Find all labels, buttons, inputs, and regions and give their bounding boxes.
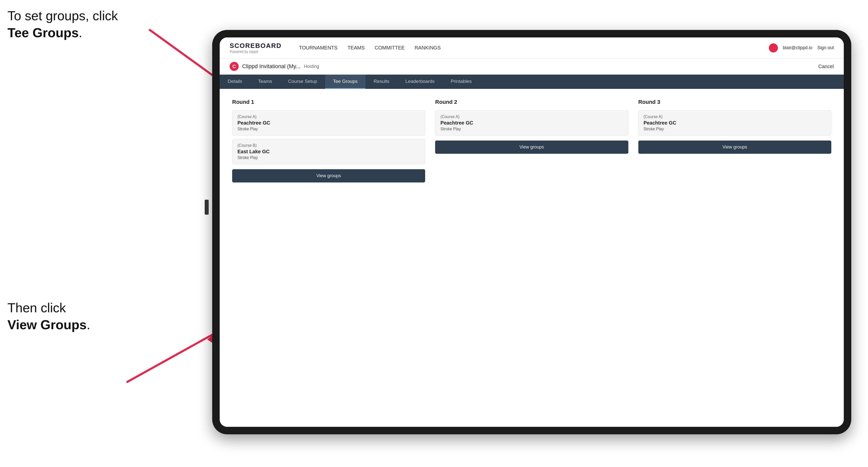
- round-1-course-a-card: (Course A) Peachtree GC Stroke Play: [232, 110, 425, 135]
- tab-teams[interactable]: Teams: [250, 74, 280, 89]
- tablet-side-button: [205, 200, 209, 215]
- round-2-course-a-name: Peachtree GC: [440, 120, 623, 126]
- tablet-device: SCOREBOARD Powered by clippit TOURNAMENT…: [212, 30, 851, 434]
- logo-sub: Powered by clippit: [230, 50, 282, 54]
- instruction-top-line2: Tee Groups: [7, 26, 79, 40]
- logo: SCOREBOARD Powered by clippit: [230, 42, 282, 54]
- round-2-course-a-card: (Course A) Peachtree GC Stroke Play: [435, 110, 628, 135]
- main-content: Round 1 (Course A) Peachtree GC Stroke P…: [220, 89, 844, 427]
- round-2-course-a-format: Stroke Play: [440, 127, 623, 131]
- round-1-course-b-label: (Course B): [238, 143, 420, 148]
- round-2-title: Round 2: [435, 99, 628, 105]
- tab-bar: Details Teams Course Setup Tee Groups Re…: [220, 74, 844, 89]
- round-1-course-b-name: East Lake GC: [238, 149, 420, 155]
- user-avatar: [769, 43, 778, 53]
- round-1-title: Round 1: [232, 99, 425, 105]
- tab-details[interactable]: Details: [220, 74, 250, 89]
- top-navigation: SCOREBOARD Powered by clippit TOURNAMENT…: [220, 37, 844, 58]
- nav-teams[interactable]: TEAMS: [347, 45, 365, 51]
- tab-course-setup[interactable]: Course Setup: [280, 74, 325, 89]
- event-title: Clippd Invitational (My...: [242, 63, 300, 70]
- tab-leaderboards[interactable]: Leaderboards: [397, 74, 443, 89]
- hosting-badge: Hosting: [304, 64, 319, 69]
- instruction-top: To set groups, click Tee Groups.: [7, 7, 118, 41]
- round-3-course-a-card: (Course A) Peachtree GC Stroke Play: [638, 110, 831, 135]
- nav-tournaments[interactable]: TOURNAMENTS: [299, 45, 338, 51]
- nav-right: blair@clippd.io Sign out: [769, 43, 834, 53]
- round-3-column: Round 3 (Course A) Peachtree GC Stroke P…: [638, 99, 831, 183]
- nav-rankings[interactable]: RANKINGS: [415, 45, 441, 51]
- round-1-course-a-label: (Course A): [238, 115, 420, 119]
- round-2-course-a-label: (Course A): [440, 115, 623, 119]
- round-3-course-a-label: (Course A): [644, 115, 826, 119]
- round-3-course-a-name: Peachtree GC: [644, 120, 826, 126]
- sub-header: C Clippd Invitational (My... Hosting Can…: [220, 58, 844, 74]
- arrow-to-view-groups: [122, 317, 227, 397]
- logo-text: SCOREBOARD: [230, 42, 282, 50]
- round-3-title: Round 3: [638, 99, 831, 105]
- round-1-course-b-card: (Course B) East Lake GC Stroke Play: [232, 139, 425, 164]
- user-email: blair@clippd.io: [783, 45, 812, 51]
- round-1-course-a-name: Peachtree GC: [238, 120, 420, 126]
- sign-out-link[interactable]: Sign out: [817, 45, 834, 51]
- tab-results[interactable]: Results: [366, 74, 397, 89]
- cancel-button[interactable]: Cancel: [818, 64, 834, 69]
- instruction-bottom: Then click View Groups.: [7, 300, 90, 333]
- instruction-bottom-line1: Then click: [7, 301, 66, 315]
- event-title-area: C Clippd Invitational (My... Hosting: [230, 62, 319, 71]
- instruction-bottom-line2: View Groups: [7, 317, 87, 332]
- event-icon: C: [230, 62, 239, 71]
- instruction-top-period: .: [79, 26, 82, 40]
- round-2-view-groups-button[interactable]: View groups: [435, 141, 628, 154]
- svg-line-2: [127, 332, 217, 382]
- round-2-column: Round 2 (Course A) Peachtree GC Stroke P…: [435, 99, 628, 183]
- round-3-view-groups-button[interactable]: View groups: [638, 141, 831, 154]
- tablet-screen: SCOREBOARD Powered by clippit TOURNAMENT…: [220, 37, 844, 427]
- round-1-column: Round 1 (Course A) Peachtree GC Stroke P…: [232, 99, 425, 183]
- instruction-top-line1: To set groups, click: [7, 8, 118, 23]
- round-3-course-a-format: Stroke Play: [644, 127, 826, 131]
- rounds-container: Round 1 (Course A) Peachtree GC Stroke P…: [232, 99, 831, 183]
- nav-committee[interactable]: COMMITTEE: [375, 45, 405, 51]
- nav-links: TOURNAMENTS TEAMS COMMITTEE RANKINGS: [299, 45, 756, 51]
- round-1-course-a-format: Stroke Play: [238, 127, 420, 131]
- round-1-course-b-format: Stroke Play: [238, 156, 420, 160]
- instruction-bottom-period: .: [87, 317, 90, 332]
- tab-printables[interactable]: Printables: [443, 74, 480, 89]
- tab-tee-groups[interactable]: Tee Groups: [325, 74, 366, 89]
- round-1-view-groups-button[interactable]: View groups: [232, 169, 425, 183]
